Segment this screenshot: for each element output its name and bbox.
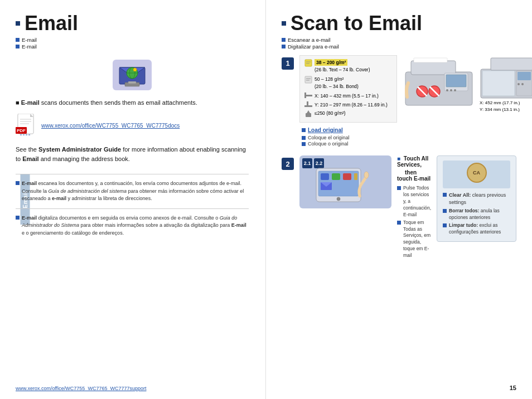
ca-button: CA xyxy=(467,163,487,183)
svg-rect-54 xyxy=(354,173,357,180)
guide-bold-text: System Administrator Guide xyxy=(38,146,121,153)
right-breadcrumb-1: Escanear a e-mail xyxy=(282,37,516,43)
svg-rect-17 xyxy=(305,60,312,66)
step-2-badge: 2 xyxy=(282,158,294,170)
breadcrumb-2: E-mail xyxy=(16,43,249,50)
pdf-link-area: PDF www.xerox.com/office/WC7755_WC7765_W… xyxy=(16,114,249,137)
right-column: Scan to Email Escanear a e-mail Digitali… xyxy=(266,0,532,399)
load-sub-sq-1 xyxy=(302,136,306,140)
right-bc-sq-2 xyxy=(282,45,286,48)
load-sq-icon xyxy=(302,128,306,132)
svg-rect-27 xyxy=(306,113,311,117)
svg-point-57 xyxy=(364,172,369,178)
page-number: 15 xyxy=(510,385,516,391)
clear-all-text: Clear All: clears previous settings xyxy=(443,192,510,206)
clear-borrar: Borrar todos: anula las opciones anterio… xyxy=(443,208,510,221)
clear-all-bg: CA xyxy=(443,160,510,188)
email-icon-box xyxy=(113,60,152,90)
breadcrumb-square-2-icon xyxy=(16,45,20,48)
email-icon-area xyxy=(16,60,249,90)
load-original-area: Load original Coloque el original Coloqu… xyxy=(302,127,516,147)
touch-label-2: then touch E-mail xyxy=(397,169,431,182)
desc-bold: E-mail xyxy=(21,99,40,106)
desc-suffix: scans documents then sends them as email… xyxy=(40,99,197,106)
left-column: Email E-mail E-mail xyxy=(0,0,266,399)
scanner-right-svg xyxy=(480,55,532,100)
svg-point-35 xyxy=(454,89,456,91)
multilang-sq-pt xyxy=(16,216,20,220)
svg-rect-30 xyxy=(411,61,456,75)
load-sub-sq-2 xyxy=(302,142,306,146)
breadcrumb-1: E-mail xyxy=(16,37,249,43)
svg-rect-40 xyxy=(414,58,447,62)
bottom-url[interactable]: www.xerox.com/office/WC7755_WC7765_WC777… xyxy=(16,386,146,391)
guide-text: See the System Administrator Guide for m… xyxy=(16,145,249,164)
step-2-section: 2 2.1 2.2 xyxy=(282,155,516,260)
spec-highlight-1: 38 – 200 g/m² xyxy=(315,59,347,66)
right-specs-text: X: 452 mm (17.7 in.) Y: 334 mm (13.1 in.… xyxy=(480,100,520,113)
spec-row-5: ≤250 (80 g/m²) xyxy=(304,110,392,118)
svg-rect-24 xyxy=(304,93,306,98)
scanner-right-area: X: 452 mm (17.7 in.) Y: 334 mm (13.1 in.… xyxy=(480,55,532,113)
svg-point-33 xyxy=(446,89,448,91)
step-1-specs: 38 – 200 g/m² (26 lb. Text – 74 lb. Cove… xyxy=(299,55,397,123)
svg-rect-26 xyxy=(304,105,312,107)
scanner-left-svg xyxy=(403,55,475,108)
svg-point-47 xyxy=(521,83,524,85)
multilang-pt-text: E-mail digitaliza documentos e em seguid… xyxy=(22,215,249,237)
ruler-x-icon xyxy=(304,93,312,98)
spec-y: Y: 210 – 297 mm (8.26 – 11.69 in.) xyxy=(315,101,388,109)
right-breadcrumb-2: Digitalizar para e-mail xyxy=(282,43,516,50)
svg-marker-28 xyxy=(307,110,310,113)
ruler-y-icon xyxy=(304,101,312,107)
spec-x: X: 140 – 432 mm (5.5 – 17 in.) xyxy=(315,93,379,100)
svg-point-34 xyxy=(450,89,452,91)
svg-rect-52 xyxy=(332,173,340,180)
spec-text-2: 50 – 128 g/m² xyxy=(315,76,344,82)
svg-rect-7 xyxy=(128,81,136,84)
divider-1 xyxy=(16,174,249,174)
desc-prefix: ■ xyxy=(16,99,21,106)
svg-text:PDF: PDF xyxy=(17,128,26,133)
paper-2-icon xyxy=(304,76,312,84)
touch-sq-icon: ■ xyxy=(397,155,400,162)
spec-row-4: Y: 210 – 297 mm (8.26 – 11.69 in.) xyxy=(304,101,392,109)
breadcrumb-text-1: E-mail xyxy=(22,37,37,43)
multilang-sq-es xyxy=(16,181,20,185)
clear-all-box: CA Clear All: clears previous settings B… xyxy=(437,155,516,242)
weight-icon xyxy=(304,110,312,118)
left-title: Email xyxy=(16,12,249,35)
limpar-sq xyxy=(443,223,447,227)
description-text: ■ E-mail scans documents then sends them… xyxy=(16,98,249,108)
pdf-icon: PDF xyxy=(16,114,37,137)
load-original-label: Load original xyxy=(302,127,516,133)
clear-limpar: Limpar tudo: exclui as configurações ant… xyxy=(443,222,510,236)
divider-2 xyxy=(16,208,249,209)
right-bc-text-2: Digitalizar para e-mail xyxy=(288,43,339,50)
right-title: Scan to Email xyxy=(282,12,516,35)
printer-small-icon xyxy=(124,81,141,87)
step-1-section: 1 38 – 200 g/m² (26 lb. Text – 74 lb. xyxy=(282,55,516,147)
borrar-sq xyxy=(443,209,447,213)
paper-weight-icon xyxy=(304,59,312,67)
load-sub-es: Coloque el original xyxy=(302,135,516,140)
spec-row-2: 50 – 128 g/m² (20 lb. – 34 lb. Bond) xyxy=(304,76,392,91)
touch-sub-pt: Toque em Todas as Serviços, em seguida, … xyxy=(397,220,431,259)
spec-row-3: X: 140 – 432 mm (5.5 – 17 in.) xyxy=(304,93,392,100)
svg-rect-42 xyxy=(491,58,532,70)
svg-rect-20 xyxy=(305,76,312,83)
spec-row-1: 38 – 200 g/m² (26 lb. Text – 74 lb. Cove… xyxy=(304,59,392,74)
multilang-portuguese: E-mail digitaliza documentos e em seguid… xyxy=(16,215,249,237)
pdf-doc-icon: PDF xyxy=(16,114,37,137)
multilang-spanish: E-mail escanea los documentos y, a conti… xyxy=(16,180,249,203)
clear-all-sq xyxy=(443,193,447,197)
load-sub-pt: Coloque o original xyxy=(302,141,516,147)
pdf-url-link[interactable]: www.xerox.com/office/WC7755_WC7765_WC777… xyxy=(41,123,180,129)
title-square-icon xyxy=(16,21,20,26)
right-title-text: Scan to Email xyxy=(291,12,422,35)
scanner-area: X: 452 mm (17.7 in.) Y: 334 mm (13.1 in.… xyxy=(403,55,532,113)
guide-email-bold: Email xyxy=(22,155,38,162)
svg-point-46 xyxy=(518,83,520,85)
svg-point-5 xyxy=(133,68,137,71)
right-bc-text-1: Escanear a e-mail xyxy=(288,37,331,43)
